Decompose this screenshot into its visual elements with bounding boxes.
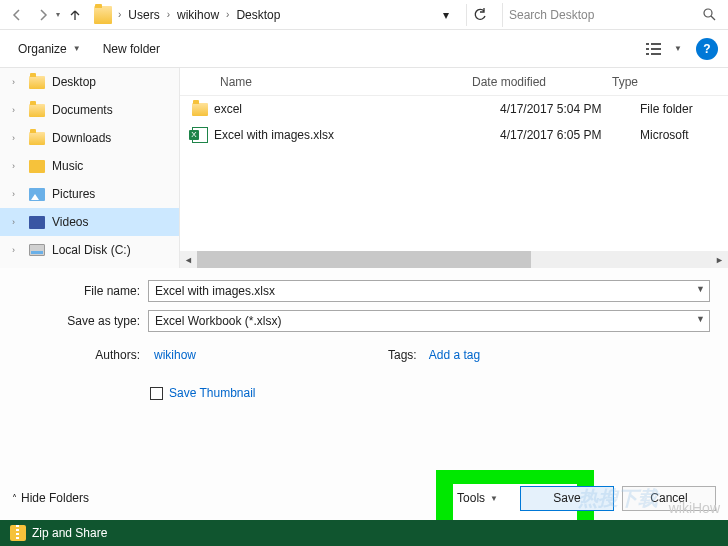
chevron-down-icon[interactable]: ▼ — [696, 284, 705, 294]
command-bar: Organize ▼ New folder ▼ ? — [0, 30, 728, 68]
file-list: Name Date modified Type excel 4/17/2017 … — [180, 68, 728, 268]
disk-icon — [28, 241, 46, 259]
filename-input[interactable]: Excel with images.xlsx ▼ — [148, 280, 710, 302]
sidebar-item-pictures[interactable]: › Pictures — [0, 180, 179, 208]
view-options-button[interactable] — [644, 38, 666, 60]
folder-icon — [94, 6, 112, 24]
file-row[interactable]: excel 4/17/2017 5:04 PM File folder — [180, 96, 728, 122]
scroll-track[interactable] — [197, 251, 711, 268]
sidebar-item-label: Documents — [52, 103, 113, 117]
sidebar-item-label: Music — [52, 159, 83, 173]
search-icon[interactable] — [703, 8, 716, 21]
zip-icon — [10, 525, 26, 541]
sidebar-item-label: Desktop — [52, 75, 96, 89]
horizontal-scrollbar[interactable]: ◄ ► — [180, 251, 728, 268]
breadcrumb-users[interactable]: Users — [125, 6, 162, 24]
forward-button[interactable] — [32, 4, 54, 26]
tags-value[interactable]: Add a tag — [429, 348, 480, 362]
column-headers: Name Date modified Type — [180, 68, 728, 96]
metadata-row: Authors: wikihow Tags: Add a tag — [0, 338, 728, 362]
save-thumbnail-label[interactable]: Save Thumbnail — [169, 386, 256, 400]
history-dropdown-icon[interactable]: ▾ — [56, 10, 60, 19]
file-name: Excel with images.xlsx — [214, 128, 500, 142]
new-folder-button[interactable]: New folder — [95, 38, 168, 60]
svg-rect-7 — [651, 53, 661, 55]
svg-line-1 — [711, 16, 715, 20]
chevron-right-icon[interactable]: › — [12, 105, 22, 115]
up-button[interactable] — [64, 4, 86, 26]
scroll-right-button[interactable]: ► — [711, 251, 728, 268]
svg-rect-4 — [646, 48, 649, 50]
chevron-right-icon[interactable]: › — [12, 189, 22, 199]
back-button[interactable] — [6, 4, 28, 26]
taskbar: Zip and Share — [0, 520, 728, 546]
sidebar-item-label: Local Disk (C:) — [52, 243, 131, 257]
pictures-icon — [28, 185, 46, 203]
sidebar-item-downloads[interactable]: › Downloads — [0, 124, 179, 152]
scroll-thumb[interactable] — [197, 251, 531, 268]
file-date: 4/17/2017 5:04 PM — [500, 102, 640, 116]
breadcrumb-desktop[interactable]: Desktop — [233, 6, 283, 24]
breadcrumb[interactable]: › Users › wikihow › Desktop — [94, 6, 283, 24]
chevron-up-icon: ˄ — [12, 493, 17, 504]
chevron-down-icon[interactable]: ▼ — [696, 314, 705, 324]
hide-folders-button[interactable]: ˄ Hide Folders — [12, 491, 89, 505]
sidebar-item-local-disk[interactable]: › Local Disk (C:) — [0, 236, 179, 264]
help-button[interactable]: ? — [696, 38, 718, 60]
search-placeholder: Search Desktop — [509, 8, 594, 22]
chevron-right-icon[interactable]: › — [12, 133, 22, 143]
svg-rect-2 — [646, 43, 649, 45]
sidebar-item-music[interactable]: › Music — [0, 152, 179, 180]
sidebar-item-documents[interactable]: › Documents — [0, 96, 179, 124]
file-type: File folder — [640, 102, 728, 116]
saveastype-input[interactable]: Excel Workbook (*.xlsx) ▼ — [148, 310, 710, 332]
file-row[interactable]: Excel with images.xlsx 4/17/2017 6:05 PM… — [180, 122, 728, 148]
authors-label: Authors: — [18, 348, 148, 362]
sidebar-item-label: Pictures — [52, 187, 95, 201]
chevron-right-icon: › — [226, 9, 229, 20]
address-dropdown-icon[interactable]: ▾ — [436, 8, 456, 22]
chevron-down-icon[interactable]: ▼ — [674, 44, 682, 53]
chevron-down-icon: ▼ — [73, 44, 81, 53]
column-header-type[interactable]: Type — [612, 75, 728, 89]
chevron-right-icon[interactable]: › — [12, 217, 22, 227]
chevron-right-icon[interactable]: › — [12, 161, 22, 171]
folder-icon — [28, 73, 46, 91]
svg-rect-5 — [651, 48, 661, 50]
chevron-right-icon[interactable]: › — [12, 245, 22, 255]
svg-rect-3 — [651, 43, 661, 45]
svg-point-0 — [704, 9, 712, 17]
filename-label: File name: — [18, 284, 148, 298]
watermark-overlay: 热搜下载 — [578, 485, 658, 512]
breadcrumb-wikihow[interactable]: wikihow — [174, 6, 222, 24]
sidebar: › Desktop › Documents › Downloads › Musi… — [0, 68, 180, 268]
save-fields: File name: Excel with images.xlsx ▼ Save… — [0, 268, 728, 338]
column-header-name[interactable]: Name — [192, 75, 472, 89]
refresh-button[interactable] — [466, 4, 492, 26]
chevron-down-icon: ▼ — [490, 494, 498, 503]
scroll-left-button[interactable]: ◄ — [180, 251, 197, 268]
save-thumbnail-checkbox[interactable] — [150, 387, 163, 400]
authors-value[interactable]: wikihow — [154, 348, 196, 362]
tags-label: Tags: — [388, 348, 417, 362]
folder-icon — [28, 101, 46, 119]
sidebar-item-desktop[interactable]: › Desktop — [0, 68, 179, 96]
address-bar: ▾ › Users › wikihow › Desktop ▾ Search D… — [0, 0, 728, 30]
tools-button[interactable]: Tools ▼ — [457, 491, 498, 505]
column-header-date[interactable]: Date modified — [472, 75, 612, 89]
file-type: Microsoft — [640, 128, 728, 142]
save-thumbnail-row: Save Thumbnail — [0, 362, 728, 400]
chevron-right-icon: › — [167, 9, 170, 20]
main-area: › Desktop › Documents › Downloads › Musi… — [0, 68, 728, 268]
search-input[interactable]: Search Desktop — [502, 3, 722, 27]
sidebar-item-videos[interactable]: › Videos — [0, 208, 179, 236]
saveastype-label: Save as type: — [18, 314, 148, 328]
sidebar-item-label: Videos — [52, 215, 88, 229]
organize-button[interactable]: Organize ▼ — [10, 38, 89, 60]
zip-and-share-button[interactable]: Zip and Share — [32, 526, 107, 540]
chevron-right-icon: › — [118, 9, 121, 20]
chevron-right-icon[interactable]: › — [12, 77, 22, 87]
folder-icon — [192, 103, 214, 116]
folder-icon — [28, 129, 46, 147]
file-date: 4/17/2017 6:05 PM — [500, 128, 640, 142]
